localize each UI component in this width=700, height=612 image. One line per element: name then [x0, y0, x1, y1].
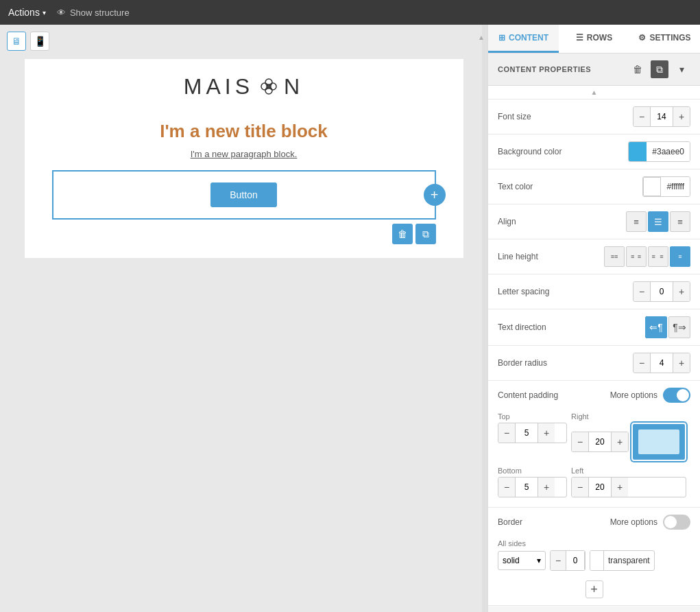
border-toggle[interactable] — [663, 515, 690, 530]
desktop-btn[interactable]: 🖥 — [7, 32, 26, 51]
bg-color-label: Background color — [498, 147, 628, 156]
font-size-control: − + — [633, 106, 690, 127]
padding-preview — [631, 423, 686, 461]
align-center-btn[interactable]: ☰ — [648, 211, 668, 232]
border-section: Border More options All sides solid ▾ — [488, 508, 700, 606]
actions-chevron-icon: ▾ — [43, 9, 46, 16]
panel-section-header: CONTENT PROPERTIES 🗑 ⧉ ▾ — [488, 54, 700, 86]
lh-loose-btn[interactable]: ≡ ≡ — [648, 246, 668, 267]
letter-spacing-plus[interactable]: + — [673, 282, 690, 301]
lh-medium-btn[interactable]: ≡ ≡ — [626, 246, 647, 267]
font-size-stepper: − + — [633, 106, 690, 127]
text-color-swatch[interactable]: #ffffff — [642, 176, 690, 197]
copy-section-btn[interactable]: ⧉ — [651, 60, 668, 78]
padding-right-plus[interactable]: + — [612, 432, 628, 451]
border-color-swatch[interactable]: transparent — [590, 550, 655, 571]
padding-left-cell: Left − + — [571, 464, 690, 500]
padding-right-label: Right — [571, 412, 686, 421]
padding-more-label: More options — [610, 390, 657, 400]
border-style-select[interactable]: solid ▾ — [498, 551, 546, 570]
padding-right-stepper: − + — [571, 432, 629, 452]
border-toggle-knob — [664, 516, 677, 528]
button-block[interactable]: Button + — [52, 170, 436, 220]
padding-right-minus[interactable]: − — [572, 432, 588, 451]
font-size-plus[interactable]: + — [673, 107, 690, 126]
border-style-value: solid — [503, 556, 520, 565]
delete-block-btn[interactable]: 🗑 — [392, 224, 413, 244]
collapse-section-btn[interactable]: ▾ — [673, 60, 690, 78]
paragraph-text: I'm a new paragraph block. — [191, 149, 298, 159]
tab-rows[interactable]: ☰ ROWS — [559, 25, 629, 53]
border-radius-plus[interactable]: + — [673, 353, 690, 373]
padding-bottom-plus[interactable]: + — [538, 478, 555, 497]
logo-text-after: N — [284, 74, 304, 99]
padding-toggle[interactable] — [663, 388, 690, 403]
mobile-icon: 📱 — [34, 36, 46, 47]
border-radius-minus[interactable]: − — [633, 353, 650, 373]
dir-ltr-btn[interactable]: ⇐¶ — [645, 316, 667, 338]
copy-block-btn[interactable]: ⧉ — [415, 224, 436, 244]
actions-menu[interactable]: Actions ▾ — [8, 7, 46, 18]
padding-top-minus[interactable]: − — [498, 423, 515, 443]
font-size-minus[interactable]: − — [633, 107, 650, 126]
border-row: All sides solid ▾ − 0 transparent — [488, 537, 700, 578]
lh-group: ≡≡ ≡ ≡ ≡ ≡ ≡ — [604, 246, 690, 267]
padding-left-minus[interactable]: − — [572, 478, 588, 497]
border-color-preview — [590, 551, 604, 570]
mobile-btn[interactable]: 📱 — [30, 32, 49, 51]
letter-spacing-stepper: − + — [633, 281, 690, 302]
letter-spacing-input[interactable] — [650, 282, 673, 301]
add-block-btn[interactable]: + — [424, 184, 446, 206]
section-actions: 🗑 ⧉ ▾ — [629, 60, 690, 78]
show-structure-btn[interactable]: 👁 Show structure — [57, 8, 130, 18]
padding-top-input[interactable] — [515, 423, 538, 443]
desktop-icon: 🖥 — [12, 36, 21, 47]
canvas-button[interactable]: Button — [210, 183, 276, 207]
border-add-btn[interactable]: + — [586, 580, 603, 598]
tab-settings-label: SETTINGS — [649, 33, 690, 43]
align-left-btn[interactable]: ≡ — [626, 211, 647, 232]
lh-compact-btn[interactable]: ≡≡ — [604, 246, 625, 267]
border-width-value: 0 — [566, 551, 585, 570]
padding-top-cell: Top − + — [498, 410, 571, 464]
font-size-input[interactable] — [650, 107, 673, 126]
padding-left-input[interactable] — [588, 478, 612, 497]
border-style-chevron: ▾ — [537, 556, 541, 565]
align-right-btn[interactable]: ≡ — [670, 211, 690, 232]
padding-right-input[interactable] — [588, 432, 612, 451]
settings-icon: ⚙ — [638, 33, 646, 43]
padding-left-label: Left — [571, 467, 686, 475]
panel-body: Font size − + Background color #3aaee0 — [488, 99, 700, 612]
paragraph-block: I'm a new paragraph block. — [52, 149, 436, 159]
text-color-row: Text color #ffffff — [488, 169, 700, 204]
panel-tabs: ⊞ CONTENT ☰ ROWS ⚙ SETTINGS — [488, 25, 700, 54]
align-group: ≡ ☰ ≡ — [626, 211, 690, 232]
tab-content[interactable]: ⊞ CONTENT — [488, 25, 559, 53]
letter-spacing-minus[interactable]: − — [633, 282, 650, 301]
padding-left-plus[interactable]: + — [612, 478, 628, 497]
rows-icon: ☰ — [576, 33, 583, 43]
font-size-row: Font size − + — [488, 99, 700, 134]
padding-bottom-label: Bottom — [498, 467, 567, 475]
dir-group: ⇐¶ ¶⇒ — [645, 316, 690, 338]
bg-color-swatch[interactable]: #3aaee0 — [628, 141, 690, 162]
padding-bottom-minus[interactable]: − — [498, 478, 515, 497]
padding-more-row: More options — [610, 388, 690, 403]
text-color-control: #ffffff — [642, 176, 690, 197]
delete-section-btn[interactable]: 🗑 — [629, 60, 647, 78]
lh-custom-btn[interactable]: ≡ — [670, 246, 690, 267]
padding-bottom-input[interactable] — [515, 478, 538, 497]
text-color-value: #ffffff — [661, 177, 690, 196]
border-controls: solid ▾ − 0 transparent — [498, 550, 690, 571]
dir-rtl-btn[interactable]: ¶⇒ — [668, 316, 690, 338]
content-grid-icon: ⊞ — [498, 33, 505, 43]
border-radius-input[interactable] — [650, 353, 673, 373]
letter-spacing-label: Letter spacing — [498, 287, 633, 296]
padding-right-row: − + — [571, 423, 686, 461]
padding-bottom-stepper: − + — [498, 477, 567, 497]
border-width-minus[interactable]: − — [551, 551, 566, 570]
tab-settings[interactable]: ⚙ SETTINGS — [629, 25, 700, 53]
padding-top-plus[interactable]: + — [538, 423, 555, 443]
show-structure-label: Show structure — [70, 8, 130, 18]
right-panel: ⊞ CONTENT ☰ ROWS ⚙ SETTINGS CONTENT PROP… — [487, 25, 700, 612]
